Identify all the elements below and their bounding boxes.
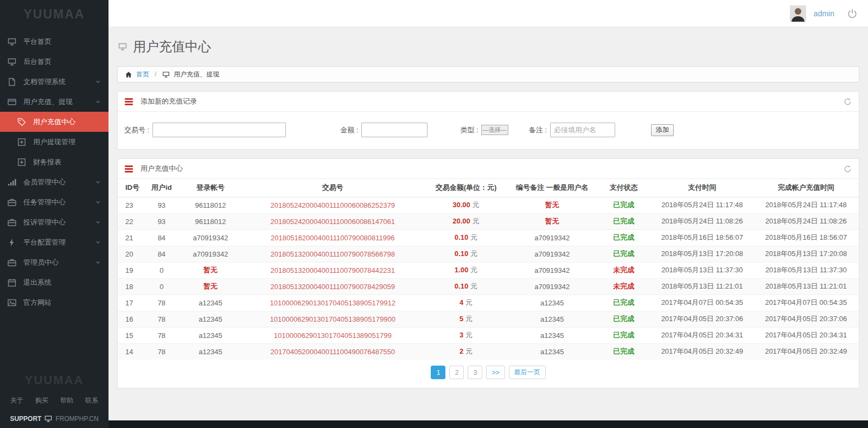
cell-amount: 3元 bbox=[424, 327, 508, 343]
sidebar-item-finance-report[interactable]: 财务报表 bbox=[0, 152, 108, 172]
sidebar-item-label: 用户充值、提现 bbox=[23, 97, 73, 107]
cell-amount: 0.10元 bbox=[424, 229, 508, 246]
support-line: SUPPORT FROMPHP.CN bbox=[0, 415, 108, 423]
col-uid: 用户id bbox=[143, 179, 180, 197]
avatar[interactable] bbox=[790, 5, 806, 22]
desktop-icon bbox=[162, 71, 170, 78]
cell-txn[interactable]: 10100006290130170405138905179900 bbox=[241, 311, 424, 327]
txn-input[interactable] bbox=[152, 123, 286, 137]
page-button[interactable]: 最后一页 bbox=[509, 366, 546, 379]
cell-amount: 4元 bbox=[424, 295, 508, 311]
page-button[interactable]: 1 bbox=[431, 366, 445, 379]
cell-id: 15 bbox=[118, 327, 143, 343]
amount-input[interactable] bbox=[361, 123, 427, 137]
cell-status: 已完成 bbox=[597, 343, 651, 360]
sidebar-item-backend-home[interactable]: 后台首页 bbox=[0, 52, 108, 72]
sidebar-item-platform-home[interactable]: 平台首页 bbox=[0, 31, 108, 52]
add-button[interactable]: 添加 bbox=[651, 124, 674, 136]
cell-remark: a12345 bbox=[508, 311, 597, 327]
cell-txn[interactable]: 101000062901301704051389051799 bbox=[241, 327, 424, 343]
cell-account: a70919342 bbox=[180, 246, 241, 262]
cell-amount: 20.00元 bbox=[424, 213, 508, 229]
footer-link-buy[interactable]: 购买 bbox=[35, 396, 48, 405]
sidebar-item-complaint-center[interactable]: 投诉管理中心 bbox=[0, 212, 108, 232]
power-icon[interactable] bbox=[847, 9, 857, 18]
cell-txn[interactable]: 20180516200040011100790080811996 bbox=[241, 229, 424, 246]
cell-account: a12345 bbox=[180, 295, 241, 311]
amount-value: 20.00 bbox=[452, 217, 470, 225]
cell-remark: a70919342 bbox=[508, 246, 597, 262]
page-button[interactable]: 3 bbox=[468, 366, 482, 379]
sidebar-footer-logo: YUUMAA bbox=[0, 373, 108, 387]
plus-square-icon bbox=[17, 158, 26, 167]
sidebar-item-member-center[interactable]: 会员管理中心 bbox=[0, 172, 108, 192]
username-link[interactable]: admin bbox=[814, 9, 834, 18]
sidebar-item-official-site[interactable]: 官方网站 bbox=[0, 292, 108, 312]
add-record-form: 交易号 : 金额 : 类型 : —选择— 备注 : 添加 bbox=[118, 112, 859, 149]
cell-status: 已完成 bbox=[597, 295, 651, 311]
cell-txn[interactable]: 20180513200040011100790078566798 bbox=[241, 246, 424, 262]
page-button[interactable]: 2 bbox=[449, 366, 464, 379]
footer-link-help[interactable]: 帮助 bbox=[60, 396, 73, 405]
sidebar-item-recharge-withdraw[interactable]: 用户充值、提现 bbox=[0, 92, 108, 112]
sidebar-item-platform-config[interactable]: 平台配置管理 bbox=[0, 232, 108, 252]
cell-txn[interactable]: 10100006290130170405138905179912 bbox=[241, 295, 424, 311]
breadcrumb-home-link[interactable]: 首页 bbox=[136, 70, 149, 79]
sidebar-item-label: 投诉管理中心 bbox=[23, 218, 66, 227]
list-icon bbox=[125, 98, 133, 105]
sidebar-item-document-system[interactable]: 文档管理系统 bbox=[0, 72, 108, 92]
cell-pay-time: 2018年05月24日 11:17:48 bbox=[651, 197, 753, 213]
breadcrumb-current: 用户充值、提现 bbox=[174, 70, 219, 79]
refresh-icon[interactable] bbox=[844, 165, 852, 173]
breadcrumb: 首页 / 用户充值、提现 bbox=[117, 66, 859, 82]
sidebar-item-label: 后台首页 bbox=[23, 57, 52, 67]
cell-amount: 0.10元 bbox=[424, 246, 508, 262]
sidebar-item-label: 退出系统 bbox=[23, 278, 52, 288]
footer-link-about[interactable]: 关于 bbox=[10, 396, 23, 405]
sidebar-item-label: 平台配置管理 bbox=[23, 238, 66, 247]
sidebar-item-logout[interactable]: 退出系统 bbox=[0, 272, 108, 292]
sidebar-item-recharge-center[interactable]: 用户充值中心 bbox=[0, 112, 108, 132]
table-row: 2084a70919342201805132000400111007900785… bbox=[118, 246, 859, 262]
type-select[interactable]: —选择— bbox=[481, 125, 508, 135]
sidebar-item-admin-center[interactable]: 管理员中心 bbox=[0, 252, 108, 272]
footer-link-contact[interactable]: 联系 bbox=[85, 396, 98, 405]
amount-unit: 元 bbox=[465, 315, 473, 323]
amount-value: 0.10 bbox=[455, 233, 468, 241]
page-button[interactable]: >> bbox=[486, 366, 505, 379]
cell-status: 已完成 bbox=[597, 246, 651, 262]
cell-finish-time: 2018年05月16日 18:56:07 bbox=[753, 229, 859, 246]
cell-status: 已完成 bbox=[597, 197, 651, 213]
tag-icon bbox=[17, 118, 26, 126]
amount-value: 4 bbox=[459, 298, 463, 306]
cell-remark: a70919342 bbox=[508, 262, 597, 278]
chevron-down-icon bbox=[95, 99, 101, 105]
amount-label: 金额 : bbox=[340, 125, 358, 135]
sidebar-item-task-center[interactable]: 任务管理中心 bbox=[0, 192, 108, 212]
cell-txn[interactable]: 20180524200040011100060086147061 bbox=[241, 213, 424, 229]
table-header: ID号 用户id 登录帐号 交易号 交易金额(单位：元) 编号备注 一般是用户名… bbox=[118, 179, 859, 197]
recharge-panel-title: 用户充值中心 bbox=[141, 164, 183, 174]
cell-account: a12345 bbox=[180, 311, 241, 327]
cell-txn[interactable]: 20170405200040011100490076487550 bbox=[241, 343, 424, 360]
remark-label: 备注 : bbox=[529, 125, 547, 135]
cell-txn[interactable]: 20180524200040011100060086252379 bbox=[241, 197, 424, 213]
cell-uid: 84 bbox=[143, 229, 180, 246]
amount-value: 0.10 bbox=[455, 282, 468, 290]
briefcase-icon bbox=[8, 218, 16, 227]
cell-txn[interactable]: 20180513200040011100790078429059 bbox=[241, 278, 424, 295]
desktop-icon bbox=[8, 37, 16, 46]
sidebar: YUUMAA 平台首页 后台首页 文档管理系统 用户充值、提现 bbox=[0, 0, 108, 428]
col-txn: 交易号 bbox=[241, 179, 424, 197]
breadcrumb-separator: / bbox=[155, 71, 156, 78]
sidebar-item-withdraw-management[interactable]: 用户提现管理 bbox=[0, 132, 108, 152]
sidebar-item-label: 管理员中心 bbox=[23, 258, 59, 267]
cell-txn[interactable]: 20180513200040011100790078442231 bbox=[241, 262, 424, 278]
refresh-icon[interactable] bbox=[844, 98, 852, 106]
remark-input[interactable] bbox=[550, 123, 615, 137]
app-window: YUUMAA 平台首页 后台首页 文档管理系统 用户充值、提现 bbox=[0, 0, 868, 428]
file-icon bbox=[8, 78, 16, 86]
table-row: 1778a12345101000062901301704051389051799… bbox=[118, 295, 859, 311]
sidebar-item-label: 用户充值中心 bbox=[33, 117, 75, 127]
content-area: 用户充值中心 首页 / 用户充值、提现 添加新的充值记录 交易号 : bbox=[108, 27, 868, 420]
